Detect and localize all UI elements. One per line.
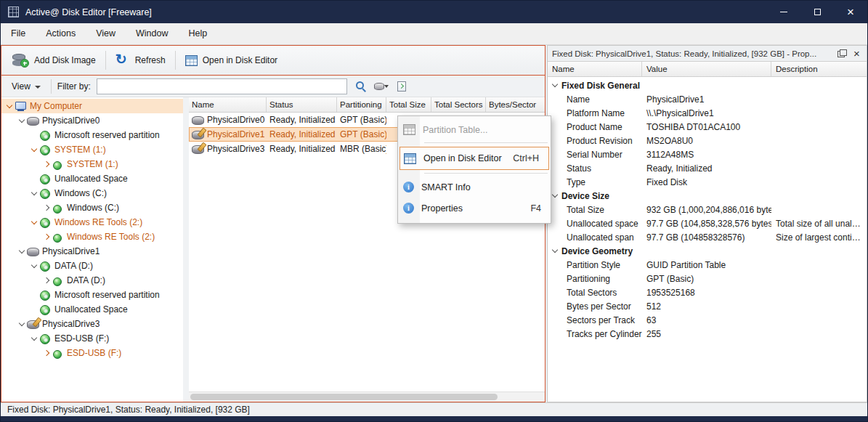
tree-chevron-icon[interactable] (29, 304, 39, 315)
group-chevron-icon[interactable] (551, 163, 565, 173)
tree-chevron-icon[interactable] (29, 188, 39, 198)
tree-item[interactable]: Windows (C:) (1, 186, 183, 200)
property-row[interactable]: Status Ready, Initialized (548, 161, 867, 175)
property-row[interactable]: Unallocated space 97.7 GB (104,858,328,5… (548, 216, 867, 230)
search-filter-icon[interactable] (354, 80, 367, 92)
group-chevron-icon[interactable] (551, 260, 565, 269)
property-row[interactable]: Serial Number 3112A48MS (548, 147, 867, 161)
tree-chevron-icon[interactable] (17, 319, 27, 329)
property-row[interactable]: Product Name TOSHIBA DT01ACA100 (548, 120, 867, 134)
property-row[interactable]: Fixed Disk General (548, 78, 867, 92)
add-disk-image-button[interactable]: Add Disk Image (4, 47, 103, 73)
property-row[interactable]: Total Size 932 GB (1,000,204,886,016 byt… (548, 203, 867, 216)
tree-item[interactable]: DATA (D:) (1, 273, 183, 288)
column-header[interactable]: Name (189, 97, 267, 112)
export-list-icon[interactable] (396, 81, 407, 92)
tree-item[interactable]: Microsoft reserved partition (1, 288, 183, 302)
menu-item[interactable]: Help (179, 23, 218, 44)
tree-chevron-icon[interactable] (41, 159, 52, 169)
tree-item[interactable]: ESD-USB (F:) (1, 346, 183, 360)
tree-chevron-icon[interactable] (17, 246, 27, 256)
column-header[interactable]: Total Sectors (431, 97, 486, 112)
context-menu-item[interactable]: SMART Info (398, 176, 551, 198)
properties-column-header[interactable]: Value (642, 62, 771, 76)
tree-chevron-icon[interactable] (41, 232, 52, 242)
panel-close-icon[interactable] (852, 49, 862, 59)
tree-item[interactable]: My Computer (1, 99, 183, 113)
property-row[interactable]: Product Revision MS2OA8U0 (548, 134, 867, 147)
group-chevron-icon[interactable] (551, 219, 565, 228)
property-row[interactable]: Name PhysicalDrive1 (548, 92, 867, 106)
panel-splitter[interactable] (183, 97, 189, 402)
tree-item[interactable]: SYSTEM (1:) (1, 157, 183, 171)
view-dropdown-button[interactable]: View (6, 78, 46, 95)
tree-item[interactable]: PhysicalDrive0 (1, 113, 183, 128)
properties-column-header[interactable]: Name (548, 62, 642, 76)
group-chevron-icon[interactable] (551, 150, 565, 159)
disk-image-dropdown-icon[interactable] (374, 81, 389, 92)
property-row[interactable]: Device Geometry (548, 244, 867, 258)
tree-item[interactable]: Unallocated Space (1, 171, 183, 186)
property-row[interactable]: Partitioning GPT (Basic) (548, 272, 867, 285)
tree-item[interactable]: PhysicalDrive3 (1, 317, 183, 331)
tree-item[interactable]: SYSTEM (1:) (1, 142, 183, 157)
group-chevron-icon[interactable] (551, 315, 565, 325)
property-row[interactable]: Sectors per Track 63 (548, 313, 867, 327)
open-in-disk-editor-button[interactable]: Open in Disk Editor (178, 47, 285, 73)
context-menu-item[interactable]: Open in Disk Editor Ctrl+H (399, 147, 549, 170)
tree-item[interactable]: Windows RE Tools (2:) (1, 230, 183, 244)
property-row[interactable]: Unallocated span 97.7 GB (104858328576) … (548, 230, 867, 244)
column-header[interactable]: Partitioning (337, 97, 386, 112)
column-header[interactable]: Status (267, 97, 337, 112)
menu-item[interactable]: Window (126, 23, 178, 44)
tree-item[interactable]: Windows RE Tools (2:) (1, 215, 183, 230)
group-chevron-icon[interactable] (551, 108, 565, 118)
property-row[interactable]: Platform Name \\.\PhysicalDrive1 (548, 106, 867, 120)
refresh-button[interactable]: Refresh (108, 47, 173, 73)
column-header[interactable]: Total Size (386, 97, 431, 112)
tree-chevron-icon[interactable] (29, 290, 39, 300)
tree-item[interactable]: Microsoft reserved partition (1, 128, 183, 142)
group-chevron-icon[interactable] (551, 205, 565, 214)
scrollbar-thumb[interactable] (190, 394, 498, 400)
tree-chevron-icon[interactable] (17, 115, 27, 126)
property-row[interactable]: Type Fixed Disk (548, 175, 867, 189)
group-chevron-icon[interactable] (551, 329, 565, 338)
group-chevron-icon[interactable] (551, 177, 565, 187)
property-row[interactable]: Bytes per Sector 512 (548, 299, 867, 313)
properties-column-header[interactable]: Description (771, 62, 867, 76)
group-chevron-icon[interactable] (551, 301, 565, 311)
tree-chevron-icon[interactable] (29, 130, 39, 140)
tree-item[interactable]: PhysicalDrive1 (1, 244, 183, 259)
tree-item[interactable]: Unallocated Space (1, 302, 183, 317)
tree-chevron-icon[interactable] (29, 333, 39, 344)
group-chevron-icon[interactable] (551, 288, 565, 297)
tree-chevron-icon[interactable] (29, 174, 39, 184)
property-row[interactable]: Device Size (548, 189, 867, 203)
group-chevron-icon[interactable] (551, 122, 565, 131)
property-row[interactable]: Partition Style GUID Partition Table (548, 258, 867, 272)
close-button[interactable] (834, 1, 867, 23)
property-row[interactable]: Total Sectors 1953525168 (548, 285, 867, 299)
horizontal-scrollbar[interactable] (189, 391, 545, 402)
group-chevron-icon[interactable] (551, 81, 560, 90)
group-chevron-icon[interactable] (551, 232, 565, 242)
group-chevron-icon[interactable] (551, 274, 565, 283)
group-chevron-icon[interactable] (551, 136, 565, 145)
dock-icon[interactable] (837, 49, 846, 57)
group-chevron-icon[interactable] (551, 246, 560, 256)
tree-chevron-icon[interactable] (29, 145, 39, 155)
minimize-button[interactable] (767, 1, 800, 23)
tree-chevron-icon[interactable] (41, 348, 52, 358)
tree-chevron-icon[interactable] (4, 101, 15, 111)
property-row[interactable]: Tracks per Cylinder 255 (548, 327, 867, 341)
context-menu-item[interactable]: Properties F4 (398, 198, 551, 219)
tree-chevron-icon[interactable] (29, 217, 39, 227)
group-chevron-icon[interactable] (551, 94, 565, 104)
tree-chevron-icon[interactable] (41, 275, 52, 285)
menu-item[interactable]: File (1, 23, 36, 44)
column-header[interactable]: Bytes/Sector (486, 97, 545, 112)
tree-item[interactable]: Windows (C:) (1, 200, 183, 215)
tree-chevron-icon[interactable] (41, 203, 52, 213)
maximize-button[interactable] (800, 1, 834, 23)
